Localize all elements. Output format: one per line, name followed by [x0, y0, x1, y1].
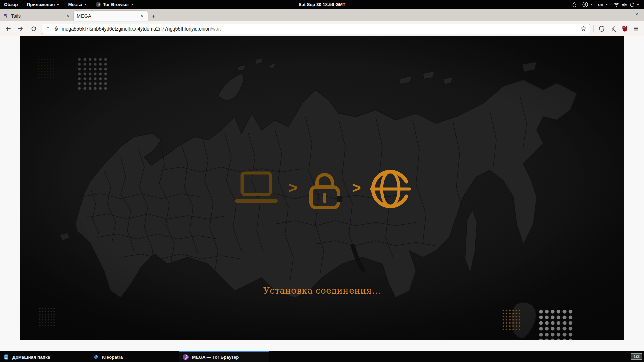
tab-close-button[interactable]: × — [139, 13, 145, 19]
gnome-top-bar: Обзор Приложения Места Tor Browser Sat S… — [0, 0, 644, 9]
security-level-shield-icon[interactable] — [597, 24, 606, 34]
page-viewport: > > — [0, 36, 644, 351]
system-menu[interactable] — [613, 2, 639, 7]
onion-status-icon[interactable] — [572, 2, 577, 8]
tor-browser-label: Tor Browser — [103, 2, 129, 7]
tab-title: Tails — [11, 13, 62, 19]
tor-app-icon — [95, 2, 101, 7]
mega-wait-hero: > > — [20, 36, 624, 340]
dot-grid-decoration — [38, 59, 56, 79]
taskbar-item-label: Kleopatra — [102, 355, 123, 360]
toolbar-separator — [593, 25, 594, 32]
applications-label: Приложения — [27, 2, 55, 7]
reload-button[interactable] — [29, 24, 38, 34]
taskbar-item-label: Домашняя папка — [12, 355, 50, 360]
chevron-down-icon — [605, 4, 608, 5]
file-manager-icon — [3, 354, 9, 360]
keyboard-layout-menu[interactable]: en — [598, 2, 608, 7]
lock-icon — [306, 168, 343, 210]
circuit-display-icon[interactable] — [45, 26, 51, 32]
power-icon — [630, 2, 635, 7]
dot-grid-decoration — [502, 309, 521, 330]
tab-tails[interactable]: Tails × — [0, 11, 74, 21]
tor-browser-appmenu[interactable]: Tor Browser — [95, 2, 134, 7]
tails-favicon — [3, 13, 8, 19]
browser-toolbar: mega555kf7lsmb54yd6etzginolhxxi4ytdoma2r… — [0, 21, 644, 36]
bookmark-star-icon[interactable] — [581, 26, 586, 32]
url-text: mega555kf7lsmb54yd6etzginolhxxi4ytdoma2r… — [62, 26, 221, 32]
window-close-button[interactable]: × — [633, 11, 640, 18]
accessibility-menu[interactable] — [582, 2, 593, 7]
tab-mega[interactable]: MEGA × — [74, 11, 148, 21]
chevron-right-icon: > — [352, 180, 361, 195]
laptop-icon — [233, 171, 280, 207]
url-path: /wait — [211, 26, 221, 32]
applications-menu[interactable]: Приложения — [27, 2, 60, 7]
places-menu[interactable]: Места — [68, 2, 86, 7]
kleopatra-icon — [93, 354, 99, 360]
chevron-down-icon — [57, 4, 59, 5]
dot-grid-decoration — [39, 308, 56, 326]
connection-progress-icons: > > — [20, 166, 624, 212]
tab-title: MEGA — [77, 13, 136, 19]
tor-browser-icon — [182, 354, 189, 360]
connection-status-text: Установка соединения... — [20, 286, 624, 296]
workspace-indicator[interactable]: 1/2 — [631, 353, 642, 360]
dot-grid-decoration — [78, 58, 109, 92]
activities-button[interactable]: Обзор — [4, 2, 18, 7]
ublock-origin-icon[interactable]: uO — [620, 24, 629, 34]
onion-site-info-icon[interactable] — [54, 26, 59, 32]
chevron-down-icon — [131, 4, 134, 5]
menu-hamburger-icon[interactable] — [631, 24, 641, 34]
ublock-badge-text: uO — [623, 26, 626, 29]
tab-close-button[interactable]: × — [65, 13, 71, 19]
chevron-down-icon — [84, 4, 87, 5]
chevron-right-icon: > — [288, 180, 298, 195]
taskbar-item-mega-tor-browser[interactable]: MEGA — Tor Браузер — [179, 351, 269, 362]
taskbar-item-label: MEGA — Tor Браузер — [192, 355, 239, 360]
url-bar[interactable]: mega555kf7lsmb54yd6etzginolhxxi4ytdoma2r… — [42, 24, 590, 34]
new-tab-button[interactable]: + — [148, 13, 159, 21]
globe-icon — [370, 166, 411, 212]
window-list-taskbar: Домашняя папка Kleopatra MEGA — Tor Брау… — [0, 351, 644, 362]
places-label: Места — [68, 2, 82, 7]
browser-tab-strip: Tails × MEGA × + × — [0, 9, 644, 21]
dot-grid-decoration — [539, 310, 573, 340]
forward-button[interactable] — [16, 24, 25, 34]
new-identity-broom-icon[interactable] — [608, 24, 618, 34]
chevron-down-icon — [590, 4, 593, 5]
desktop: Обзор Приложения Места Tor Browser Sat S… — [0, 0, 644, 362]
taskbar-item-home-folder[interactable]: Домашняя папка — [0, 351, 90, 362]
chevron-down-icon — [637, 4, 639, 5]
taskbar-item-kleopatra[interactable]: Kleopatra — [90, 351, 179, 362]
back-button[interactable] — [3, 24, 13, 34]
wifi-icon — [613, 2, 620, 7]
url-host: mega555kf7lsmb54yd6etzginolhxxi4ytdoma2r… — [62, 26, 211, 32]
volume-icon — [622, 2, 628, 7]
keyboard-layout-label: en — [598, 2, 603, 7]
